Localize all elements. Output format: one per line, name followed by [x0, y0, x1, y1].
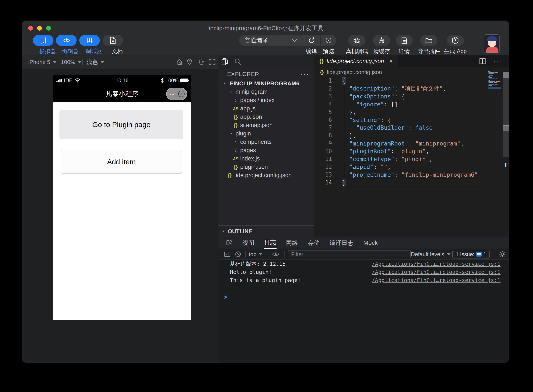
log-message: Hello plugin! [230, 269, 272, 275]
console-tab[interactable]: 网络 [286, 237, 298, 249]
compile-mode-select[interactable]: 普通编译 [239, 35, 303, 46]
more-menu-button[interactable]: ••• [167, 92, 178, 96]
avatar-shirt [486, 47, 498, 53]
file-icon: {} [225, 173, 234, 178]
tree-item[interactable]: {} fide.project.config.json [218, 171, 314, 180]
code-line: 5 }, [314, 108, 509, 116]
line-number: 7 [314, 125, 332, 131]
context-select[interactable]: top [249, 249, 262, 260]
caret-down-icon [78, 61, 82, 63]
show-console-sidebar-icon[interactable] [223, 250, 231, 258]
scan-icon[interactable] [208, 58, 216, 66]
log-source-link[interactable]: /Applications/FinCli…reload-service.js:1 [372, 261, 501, 267]
breadcrumb[interactable]: {} fide.project.config.json [314, 67, 509, 77]
debugger-button[interactable] [79, 35, 100, 46]
zoom-select[interactable]: 100% [61, 55, 82, 69]
editor-button[interactable]: </> [56, 35, 77, 46]
scrollbar-thumb-secondary[interactable] [503, 126, 509, 131]
tree-item-label: app.json [240, 114, 262, 120]
log-source-link[interactable]: /Applications/FinCli…reload-service.js:1 [372, 269, 501, 275]
log-source-link[interactable]: /Applications/FinCli…reload-service.js:1 [372, 277, 501, 283]
console-tab[interactable]: 存储 [307, 237, 320, 249]
file-tree: › FINCLIP-MINIPROGRAM6 › miniprogram › p… [218, 79, 314, 180]
clear-cache-button[interactable] [373, 35, 390, 46]
issue-count: 1 [483, 251, 486, 257]
line-number: 4 [314, 101, 332, 107]
tree-item[interactable]: {} plugin.json [218, 163, 314, 171]
docs-button[interactable] [103, 35, 123, 46]
clear-console-icon[interactable] [234, 250, 242, 258]
editor-tab[interactable]: {} fide.project.config.json × [314, 55, 398, 67]
code-icon: </> [62, 37, 70, 44]
log-levels-select[interactable]: Default levels [411, 249, 451, 260]
split-editor-icon[interactable] [479, 58, 486, 64]
console-settings-gear-icon[interactable] [499, 250, 506, 258]
explorer-more-button[interactable]: ··· [300, 70, 309, 78]
tree-item[interactable]: › miniprogram [218, 88, 314, 96]
console-panel: 视图日志网络存储编译日志Mock top Default levels [218, 237, 509, 363]
add-item-button[interactable]: Add item [61, 150, 182, 174]
tree-item[interactable]: › pages [218, 146, 314, 154]
details-button[interactable] [396, 35, 413, 46]
console-tab[interactable]: 编译日志 [329, 237, 354, 249]
location-icon[interactable] [186, 58, 193, 66]
goto-plugin-page-button[interactable]: Go to Plugin page [60, 110, 183, 139]
file-icon: › [231, 147, 240, 154]
tree-item-label: miniprogram [236, 89, 268, 95]
tree-item[interactable]: › components [218, 138, 314, 146]
home-icon[interactable] [176, 58, 184, 66]
copy-files-icon[interactable] [221, 58, 229, 66]
json-file-icon: {} [320, 69, 324, 75]
console-tab[interactable]: Mock [363, 238, 378, 248]
bluetooth-icon [161, 78, 164, 83]
console-prompt[interactable]: > [223, 293, 227, 301]
device-select[interactable]: iPhone 5 [28, 55, 57, 69]
tree-item-label: components [240, 139, 272, 145]
editor-tabbar: {} fide.project.config.json × ··· [314, 55, 509, 67]
search-icon[interactable] [234, 58, 241, 65]
file-icon: › [222, 79, 229, 88]
tree-item[interactable]: › pages / index [218, 96, 314, 104]
tree-item[interactable]: JS app.js [218, 104, 314, 113]
outline-section[interactable]: › OUTLINE [218, 225, 314, 237]
avatar[interactable] [484, 34, 500, 53]
filter-input[interactable] [288, 250, 411, 258]
inspect-icon[interactable] [226, 239, 233, 247]
device-debug-button[interactable] [348, 35, 365, 46]
tree-item[interactable]: › plugin [218, 130, 314, 138]
issues-badge[interactable]: 1 Issue: 1 [452, 250, 490, 258]
issue-message-icon [476, 252, 482, 257]
tree-item[interactable]: JS index.js [218, 154, 314, 163]
line-number: 10 [314, 148, 332, 154]
battery-label: 100% [166, 77, 179, 84]
compile-button[interactable] [303, 35, 320, 46]
rotate-device-icon[interactable] [197, 58, 205, 66]
caret-down-icon [100, 61, 104, 63]
console-tabbar: 视图日志网络存储编译日志Mock [218, 237, 509, 249]
close-tab-icon[interactable]: × [389, 58, 393, 65]
chevron-down-icon [292, 39, 297, 42]
theme-value: 浅色 [87, 58, 98, 66]
scrollbar-thumb[interactable] [503, 72, 509, 78]
simulator-toolbar: iPhone 5 100% 浅色 [22, 55, 218, 69]
close-miniprogram-button[interactable]: × [178, 91, 185, 97]
eye-icon[interactable] [272, 250, 280, 258]
tree-item[interactable]: {} app.json [218, 113, 314, 121]
console-tab[interactable]: 视图 [242, 237, 255, 249]
export-plugin-button[interactable] [420, 35, 437, 46]
document-icon [110, 37, 116, 44]
line-number: 14 [314, 179, 332, 186]
tree-item[interactable]: {} sitemap.json [218, 121, 314, 130]
file-icon: › [231, 139, 240, 145]
preview-button[interactable] [320, 35, 336, 46]
generate-app-button[interactable] [447, 35, 464, 46]
editor-scrollbar[interactable] [503, 72, 509, 157]
simulator-button[interactable] [33, 35, 53, 46]
editor-more-button[interactable]: ··· [493, 57, 502, 65]
theme-select[interactable]: 浅色 [87, 55, 104, 69]
file-icon: {} [231, 164, 240, 170]
minimap[interactable] [488, 71, 501, 89]
console-tab[interactable]: 日志 [264, 237, 277, 249]
titlebar: finclip-miniprogram6-FinClip小程序开发工具 [22, 21, 509, 34]
tree-item[interactable]: › FINCLIP-MINIPROGRAM6 [218, 79, 314, 88]
